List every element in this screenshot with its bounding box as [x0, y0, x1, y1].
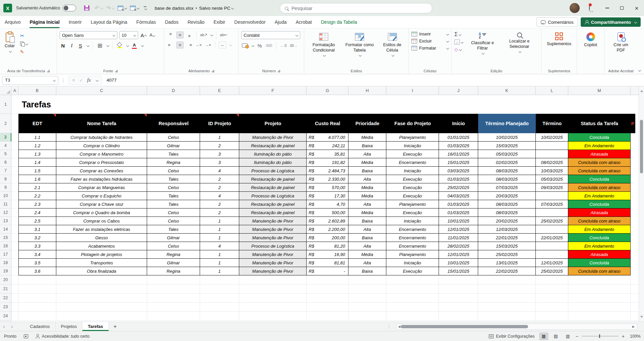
table-cell[interactable]: 1	[200, 234, 239, 242]
zoom-level[interactable]: 100%	[628, 334, 641, 339]
table-cell[interactable]: R$-	[307, 267, 348, 275]
table-cell[interactable]: Comprar as Mangueiras	[56, 183, 147, 192]
table-cell[interactable]: R$2.602,89	[307, 217, 348, 225]
increase-indent-button[interactable]: →≡	[204, 41, 212, 49]
table-cell[interactable]: 1	[200, 259, 239, 267]
table-cell[interactable]: 16/01/2025	[439, 150, 478, 158]
table-cell[interactable]: Execução	[386, 183, 439, 192]
add-sheet-button[interactable]: +	[109, 323, 122, 330]
table-cell[interactable]: Fazer as instalações elétricas	[56, 225, 147, 234]
empty-cell[interactable]	[307, 284, 348, 293]
page-break-view-button[interactable]: ▥	[564, 333, 572, 340]
empty-cell[interactable]	[239, 293, 307, 303]
normal-view-button[interactable]: ▦	[539, 333, 548, 340]
table-cell[interactable]: 15/03/2025	[478, 142, 536, 150]
table-header-fase-do-projeto[interactable]: Fase do Projeto	[386, 114, 439, 133]
empty-cell[interactable]	[478, 284, 536, 293]
status-badge[interactable]: Concluída	[568, 175, 631, 183]
row-header-19[interactable]: 19	[0, 267, 11, 275]
table-cell[interactable]: 07/03/2025	[536, 200, 568, 208]
status-badge[interactable]: Em Andamento	[568, 225, 631, 234]
table-cell[interactable]: Iniciação	[386, 217, 439, 225]
table-cell[interactable]: Média	[348, 192, 386, 200]
table-cell[interactable]: Celso	[147, 133, 200, 142]
align-right-button[interactable]: ≡	[186, 41, 193, 49]
decrease-decimal-button[interactable]: .00→	[289, 42, 297, 49]
table-cell[interactable]: 1.5	[18, 167, 56, 175]
status-badge[interactable]: Concluída	[568, 133, 631, 142]
empty-cell[interactable]	[18, 284, 56, 293]
dialog-launcher-icon[interactable]	[212, 70, 214, 72]
table-cell[interactable]: 3	[200, 158, 239, 167]
empty-cell-a[interactable]	[11, 114, 18, 133]
table-cell[interactable]: R$81,81	[307, 259, 348, 267]
empty-cell[interactable]	[18, 275, 56, 284]
empty-cell[interactable]	[439, 303, 478, 312]
format-as-table-button[interactable]: Formatar como Tabela	[342, 31, 377, 58]
row-header-4[interactable]: 4	[0, 142, 11, 150]
table-cell[interactable]: 1.2	[18, 142, 56, 150]
table-cell[interactable]: 05/03/2025	[536, 175, 568, 183]
status-badge[interactable]: Em Andamento	[568, 192, 631, 200]
sheet-tab-tarefas[interactable]: Tarefas	[82, 322, 109, 331]
align-center-button[interactable]: ≡	[176, 41, 184, 49]
table-cell[interactable]: Planejamento	[386, 250, 439, 259]
table-cell[interactable]: 08/03/2025	[478, 175, 536, 183]
table-cell[interactable]: 01/01/2025	[439, 133, 478, 142]
table-cell[interactable]: Média	[348, 208, 386, 217]
empty-cell[interactable]	[307, 303, 348, 312]
zoom-out-button[interactable]: −	[576, 334, 578, 339]
table-cell[interactable]: Iniciação	[386, 259, 439, 267]
empty-cell-a[interactable]	[11, 250, 18, 259]
table-cell[interactable]: Gilmar	[147, 142, 200, 150]
table-cell[interactable]: 01/03/2025	[439, 142, 478, 150]
copy-button[interactable]	[20, 41, 28, 46]
table-cell[interactable]: Manutenção de Pivor	[239, 250, 307, 259]
row-header-22[interactable]: 22	[0, 293, 11, 303]
excel-logo-icon[interactable]: X	[3, 4, 12, 12]
status-badge[interactable]: Em Andamento	[568, 242, 631, 250]
table-header-termino-planejado[interactable]: Término Planejado	[478, 114, 536, 133]
collapse-ribbon-icon[interactable]	[638, 69, 641, 72]
row-header-8[interactable]: 8	[0, 175, 11, 183]
empty-cell-a[interactable]	[11, 312, 18, 321]
undo-button[interactable]: ↶	[94, 5, 103, 11]
table-cell[interactable]: Transportes	[56, 259, 147, 267]
increase-decimal-button[interactable]: ←.0	[280, 42, 287, 49]
table-style-quick-button[interactable]	[118, 6, 127, 10]
table-cell[interactable]: 25/02/2025	[439, 183, 478, 192]
table-cell[interactable]: 1	[200, 133, 239, 142]
table-cell[interactable]	[536, 250, 568, 259]
status-badge[interactable]: Concluída com atraso	[568, 267, 631, 275]
empty-cell[interactable]	[478, 293, 536, 303]
empty-cell[interactable]	[386, 293, 439, 303]
empty-cell-a[interactable]	[11, 259, 18, 267]
table-cell[interactable]: 03/03/2025	[439, 167, 478, 175]
table-cell[interactable]: 15/01/2025	[439, 267, 478, 275]
table-cell[interactable]: 10/03/2025	[536, 167, 568, 175]
table-cell[interactable]: R$2.330,00	[307, 175, 348, 183]
table-cell[interactable]: Restauração de painel	[239, 175, 307, 183]
table-cell[interactable]: Média	[348, 183, 386, 192]
table-cell[interactable]: 04/03/2025	[439, 192, 478, 200]
table-cell[interactable]: 10/01/2025	[439, 259, 478, 267]
comments-button[interactable]: Comentários	[536, 17, 578, 27]
table-cell[interactable]: Média	[348, 250, 386, 259]
table-cell[interactable]: R$200,00	[307, 234, 348, 242]
empty-cell[interactable]	[56, 293, 147, 303]
insert-function-icon[interactable]: fx	[87, 77, 91, 83]
empty-cell-a[interactable]	[11, 95, 18, 114]
thousands-button[interactable]: 000	[265, 42, 273, 49]
empty-cell[interactable]	[239, 303, 307, 312]
table-cell[interactable]: Encerramento	[386, 225, 439, 234]
menu-tab-arquivo[interactable]: Arquivo	[5, 16, 20, 28]
empty-cell[interactable]	[147, 303, 200, 312]
table-cell[interactable]: 25/02/2025	[478, 250, 536, 259]
table-cell[interactable]: Comprar o Esquicho	[56, 192, 147, 200]
table-cell[interactable]: 1.6	[18, 175, 56, 183]
empty-cell[interactable]	[631, 303, 639, 312]
empty-cell[interactable]	[18, 312, 56, 321]
table-cell[interactable]: Encerramento	[386, 234, 439, 242]
row-header-6[interactable]: 6	[0, 158, 11, 167]
table-header-responsavel[interactable]: Responsável	[147, 114, 200, 133]
